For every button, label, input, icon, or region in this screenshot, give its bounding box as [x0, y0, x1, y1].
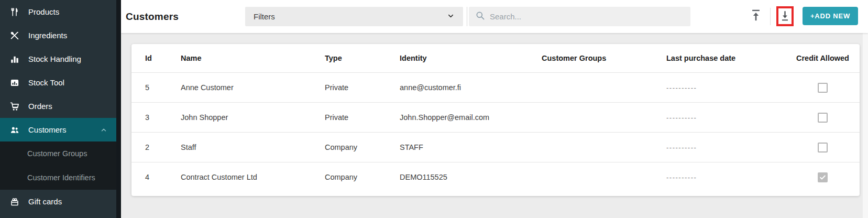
sidebar-item-stock-tool[interactable]: Stock Tool	[0, 71, 121, 94]
search-box	[469, 7, 690, 26]
cell-type: Company	[325, 173, 400, 181]
divider	[770, 8, 771, 25]
sidebar-nav: Products Ingredients Stock Handling Stoc…	[0, 0, 121, 213]
column-header-last-purchase-date[interactable]: Last purchase date	[666, 54, 786, 62]
main-content: Id Name Type Identity Customer Groups La…	[121, 33, 868, 218]
sidebar-subitem-label: Customer Identifiers	[27, 173, 95, 182]
cell-identity: anne@customer.fi	[400, 83, 542, 92]
sidebar-item-customer-groups[interactable]: Customer Groups	[0, 141, 121, 166]
page-title: Customers	[126, 11, 179, 23]
utensils-icon	[9, 7, 20, 17]
column-header-credit-allowed[interactable]: Credit Allowed	[786, 54, 860, 62]
sidebar-item-label: Customers	[28, 125, 67, 134]
cell-id: 4	[131, 173, 181, 181]
chart-box-icon	[9, 78, 20, 88]
column-header-type[interactable]: Type	[325, 54, 400, 62]
sidebar-item-ingredients[interactable]: Ingredients	[0, 24, 121, 47]
credit-allowed-checkbox[interactable]	[818, 113, 828, 123]
chevron-up-icon	[100, 126, 107, 134]
sidebar-item-label: Gift cards	[28, 197, 62, 206]
download-icon	[780, 9, 790, 24]
search-input[interactable]	[490, 12, 684, 21]
cell-id: 2	[131, 143, 181, 151]
table-row[interactable]: 2 Staff Company STAFF ----------	[131, 132, 860, 162]
cell-name: Anne Customer	[181, 83, 325, 92]
sidebar-item-customers[interactable]: Customers	[0, 118, 121, 141]
cell-last-purchase-date: ----------	[666, 144, 786, 151]
filters-label: Filters	[254, 12, 275, 21]
sidebar-item-label: Stock Tool	[28, 78, 64, 87]
filters-dropdown[interactable]: Filters	[245, 7, 463, 26]
add-new-button[interactable]: +ADD NEW	[803, 7, 858, 25]
sidebar-item-label: Products	[28, 7, 59, 16]
upload-button[interactable]	[748, 8, 764, 25]
topbar: Customers Filters +ADD NEW	[121, 0, 868, 33]
cell-name: John Shopper	[181, 113, 325, 122]
cell-type: Private	[325, 83, 400, 92]
table-row[interactable]: 4 Contract Customer Ltd Company DEMO1155…	[131, 162, 860, 192]
divider	[467, 7, 467, 26]
column-header-name[interactable]: Name	[181, 54, 325, 62]
cell-id: 3	[131, 113, 181, 122]
sidebar-submenu: Customer Groups Customer Identifiers	[0, 141, 121, 190]
chevron-down-icon	[447, 12, 455, 21]
bar-chart-icon	[9, 54, 20, 64]
sidebar-subitem-label: Customer Groups	[27, 149, 87, 158]
column-header-customer-groups[interactable]: Customer Groups	[542, 54, 666, 62]
sidebar-scroll-track	[116, 0, 121, 218]
cart-icon	[9, 101, 20, 112]
cell-identity: STAFF	[400, 143, 542, 151]
credit-allowed-checkbox[interactable]	[818, 143, 828, 152]
table-header-row: Id Name Type Identity Customer Groups La…	[131, 44, 860, 72]
people-icon	[9, 125, 20, 135]
customers-table: Id Name Type Identity Customer Groups La…	[131, 44, 860, 196]
cell-type: Private	[325, 113, 400, 122]
cell-id: 5	[131, 83, 181, 92]
sidebar-item-customer-identifiers[interactable]: Customer Identifiers	[0, 166, 121, 190]
cell-last-purchase-date: ----------	[666, 114, 786, 122]
gift-icon	[9, 197, 20, 207]
sidebar: Products Ingredients Stock Handling Stoc…	[0, 0, 121, 218]
cell-name: Contract Customer Ltd	[181, 173, 325, 181]
page-scrollbar[interactable]	[863, 33, 868, 218]
sidebar-item-orders[interactable]: Orders	[0, 94, 121, 118]
credit-allowed-checkbox[interactable]	[818, 172, 828, 182]
table-row[interactable]: 5 Anne Customer Private anne@customer.fi…	[131, 72, 860, 102]
credit-allowed-checkbox[interactable]	[818, 83, 828, 93]
cell-identity: DEMO115525	[400, 173, 542, 181]
column-header-id[interactable]: Id	[131, 54, 181, 62]
cell-type: Company	[325, 143, 400, 151]
search-icon	[475, 10, 485, 23]
column-header-identity[interactable]: Identity	[400, 54, 542, 62]
cell-last-purchase-date: ----------	[666, 84, 786, 92]
sidebar-item-label: Ingredients	[28, 31, 67, 40]
sidebar-item-products[interactable]: Products	[0, 0, 121, 24]
download-button[interactable]	[778, 8, 792, 24]
sidebar-item-gift-cards[interactable]: Gift cards	[0, 190, 121, 213]
sidebar-item-label: Stock Handling	[28, 54, 81, 63]
sidebar-item-stock-handling[interactable]: Stock Handling	[0, 47, 121, 71]
cell-last-purchase-date: ----------	[666, 173, 786, 181]
cell-name: Staff	[181, 143, 325, 151]
crossed-cutlery-icon	[9, 30, 20, 41]
upload-icon	[750, 9, 762, 24]
table-row[interactable]: 3 John Shopper Private John.Shopper@emai…	[131, 102, 860, 132]
cell-identity: John.Shopper@email.com	[400, 113, 542, 122]
sidebar-item-label: Orders	[28, 102, 52, 111]
annotation-highlight	[776, 6, 794, 26]
